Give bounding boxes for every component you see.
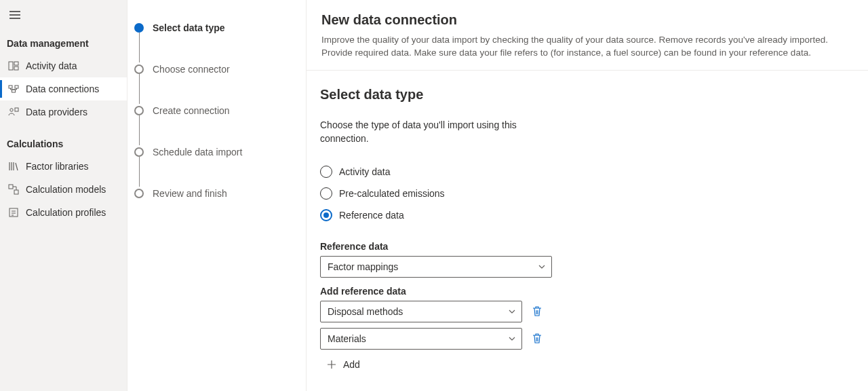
step-label: Select data type — [153, 22, 225, 33]
step-label: Choose connector — [153, 64, 230, 75]
step-bullet-icon — [134, 189, 144, 198]
svg-rect-1 — [14, 62, 18, 65]
sidebar-item-label: Calculation profiles — [26, 207, 106, 218]
dropdown-value: Materials — [328, 333, 366, 344]
sidebar-item-data-providers[interactable]: Data providers — [0, 100, 127, 124]
add-reference-data-label: Add reference data — [320, 286, 868, 297]
sidebar-item-calculation-profiles[interactable]: Calculation profiles — [0, 201, 127, 224]
radio-label: Pre-calculated emissions — [339, 188, 445, 199]
content-header: New data connection Improve the quality … — [307, 0, 868, 71]
radio-icon — [320, 209, 332, 221]
svg-rect-7 — [15, 108, 18, 111]
trash-icon — [532, 333, 542, 344]
svg-rect-2 — [14, 67, 18, 70]
sidebar-item-calculation-models[interactable]: Calculation models — [0, 178, 127, 201]
step-choose-connector[interactable]: Choose connector — [134, 62, 299, 77]
chevron-down-icon — [508, 308, 516, 316]
dropdown-value: Factor mappings — [328, 261, 398, 272]
plus-icon — [327, 360, 336, 369]
hamburger-button[interactable] — [0, 7, 30, 23]
step-schedule-import[interactable]: Schedule data import — [134, 145, 299, 160]
radio-activity-data[interactable]: Activity data — [320, 161, 868, 183]
chevron-down-icon — [538, 263, 546, 271]
radio-label: Reference data — [339, 210, 404, 221]
page-title: New data connection — [321, 12, 853, 28]
section-title: Select data type — [320, 87, 868, 103]
stepper-panel: Select data type Choose connector Create… — [127, 0, 307, 391]
content-panel: New data connection Improve the quality … — [307, 0, 868, 391]
delete-ref-button[interactable] — [530, 305, 544, 318]
step-select-data-type[interactable]: Select data type — [134, 20, 299, 35]
sidebar-item-label: Data providers — [26, 107, 87, 117]
add-reference-button[interactable]: Add — [324, 355, 363, 374]
step-label: Create connection — [153, 105, 230, 116]
radio-icon — [320, 166, 332, 178]
reference-data-field-label: Reference data — [320, 241, 868, 252]
calculation-models-icon — [8, 184, 19, 195]
data-type-radio-group: Activity data Pre-calculated emissions R… — [320, 161, 868, 226]
svg-rect-0 — [9, 62, 13, 70]
step-bullet-icon — [134, 23, 144, 33]
step-bullet-icon — [134, 106, 144, 115]
page-description: Improve the quality of your data import … — [321, 33, 837, 59]
reference-data-dropdown[interactable]: Factor mappings — [320, 256, 552, 278]
trash-icon — [532, 306, 542, 317]
sidebar-item-factor-libraries[interactable]: Factor libraries — [0, 155, 127, 178]
step-bullet-icon — [134, 147, 144, 157]
radio-label: Activity data — [339, 166, 390, 177]
sidebar-item-activity-data[interactable]: Activity data — [0, 54, 127, 77]
step-create-connection[interactable]: Create connection — [134, 103, 299, 118]
data-connections-icon — [8, 83, 19, 94]
sidebar-item-label: Activity data — [26, 60, 77, 71]
sidebar-item-data-connections[interactable]: Data connections — [0, 77, 127, 100]
step-bullet-icon — [134, 64, 144, 74]
additional-ref-dropdown[interactable]: Materials — [320, 328, 522, 350]
sidebar-item-label: Data connections — [26, 83, 99, 94]
hamburger-icon — [9, 11, 20, 19]
data-providers-icon — [8, 107, 19, 117]
dropdown-value: Disposal methods — [328, 306, 403, 317]
activity-data-icon — [8, 60, 19, 71]
step-label: Review and finish — [153, 188, 227, 199]
radio-precalculated-emissions[interactable]: Pre-calculated emissions — [320, 183, 868, 204]
svg-point-6 — [10, 109, 13, 111]
radio-reference-data[interactable]: Reference data — [320, 204, 868, 226]
section-hint: Choose the type of data you'll import us… — [320, 119, 517, 145]
add-button-label: Add — [343, 359, 360, 370]
svg-rect-8 — [9, 185, 13, 189]
step-review-finish[interactable]: Review and finish — [134, 186, 299, 201]
svg-rect-4 — [15, 86, 18, 88]
sidebar-section-title: Data management — [0, 35, 127, 54]
factor-libraries-icon — [8, 161, 19, 172]
additional-ref-dropdown[interactable]: Disposal methods — [320, 301, 522, 322]
left-sidebar: Data management Activity data Data conne… — [0, 0, 127, 391]
sidebar-section-title: Calculations — [0, 136, 127, 155]
svg-rect-3 — [9, 86, 12, 88]
delete-ref-button[interactable] — [530, 332, 544, 346]
sidebar-item-label: Factor libraries — [26, 161, 89, 172]
chevron-down-icon — [508, 335, 516, 343]
sidebar-item-label: Calculation models — [26, 184, 106, 195]
radio-icon — [320, 187, 332, 200]
svg-rect-5 — [12, 90, 16, 92]
step-label: Schedule data import — [153, 147, 242, 157]
svg-rect-9 — [14, 190, 18, 194]
calculation-profiles-icon — [8, 207, 19, 218]
